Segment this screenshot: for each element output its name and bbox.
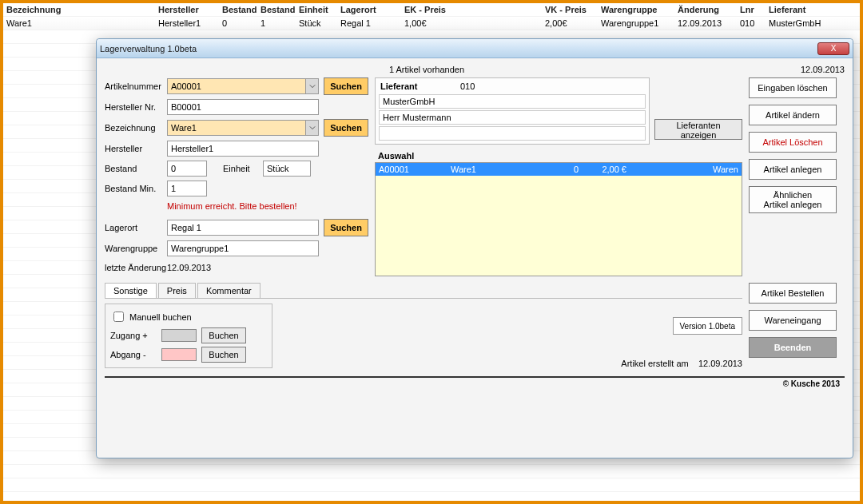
label-einheit: Einheit xyxy=(223,164,263,173)
einheit-input[interactable] xyxy=(263,161,311,177)
wareneingang-button[interactable]: Wareneingang xyxy=(749,310,837,331)
label-lagerort: Lagerort xyxy=(105,223,167,232)
label-zugang: Zugang + xyxy=(110,331,157,340)
artikel-bestellen-button[interactable]: Artikel Bestellen xyxy=(749,283,837,304)
erstellt-am-value: 12.09.2013 xyxy=(698,359,742,368)
artikel-anlegen-button[interactable]: Artikel anlegen xyxy=(749,159,837,180)
label-erstellt: Artikel erstellt am xyxy=(621,359,688,368)
copyright: © Kusche 2013 xyxy=(105,376,845,390)
lieferant-empty-row xyxy=(379,126,646,141)
lieferant-box: Lieferant 010 MusterGmbH Herr Mustermann xyxy=(375,77,650,145)
suchen-artikelnummer-button[interactable]: Suchen xyxy=(324,77,368,95)
artikel-aendern-button[interactable]: Artikel ändern xyxy=(749,105,837,125)
artikelnummer-combo[interactable] xyxy=(167,78,319,94)
titlebar: Lagerverwaltung 1.0beta X xyxy=(97,39,853,58)
abgang-swatch xyxy=(161,348,197,361)
inventory-dialog: Lagerverwaltung 1.0beta X 1 Artikel vorh… xyxy=(96,38,853,458)
label-auswahl: Auswahl xyxy=(378,151,742,161)
label-hersteller: Hersteller xyxy=(105,144,167,153)
buchen-zugang-button[interactable]: Buchen xyxy=(201,327,246,343)
label-lieferant: Lieferant xyxy=(380,81,460,91)
bezeichnung-input[interactable] xyxy=(168,121,305,135)
tab-bar: Sonstige Preis Kommentar xyxy=(105,283,742,299)
hersteller-input[interactable] xyxy=(167,141,319,157)
artikelnummer-input[interactable] xyxy=(168,79,305,93)
lieferanten-anzeigen-button[interactable]: Lieferanten anzeigen xyxy=(654,119,742,140)
label-letzte-aenderung: letzte Änderung xyxy=(105,263,167,272)
aehnlichen-artikel-button[interactable]: Ähnlichen Artikel anlegen xyxy=(749,186,837,213)
article-form: Artikelnummer Suchen Hersteller Nr. Beze… xyxy=(105,77,368,276)
suchen-bezeichnung-button[interactable]: Suchen xyxy=(324,119,368,137)
chevron-down-icon[interactable] xyxy=(305,121,318,135)
bezeichnung-combo[interactable] xyxy=(167,120,319,136)
label-bezeichnung: Bezeichnung xyxy=(105,123,167,133)
bestand-input[interactable] xyxy=(167,161,207,177)
article-count: 1 Artikel vorhanden xyxy=(105,65,749,74)
label-manuell: Manuell buchen xyxy=(129,312,192,322)
chevron-down-icon[interactable] xyxy=(305,79,318,93)
auswahl-listbox[interactable]: A00001 Ware1 0 2,00 € Waren xyxy=(375,162,742,276)
label-warengruppe: Warengruppe xyxy=(105,244,167,253)
label-artikelnummer: Artikelnummer xyxy=(105,81,167,91)
label-hersteller-nr: Hersteller Nr. xyxy=(105,102,167,112)
tab-kommentar[interactable]: Kommentar xyxy=(197,283,260,298)
hersteller-nr-input[interactable] xyxy=(167,99,319,115)
stock-warning: Minimum erreicht. Bitte bestellen! xyxy=(167,201,368,211)
label-bestand-min: Bestand Min. xyxy=(105,184,167,193)
lieferant-name: MusterGmbH xyxy=(379,94,646,109)
action-panel: Eingaben löschen Artikel ändern Artikel … xyxy=(749,77,845,276)
tab-preis[interactable]: Preis xyxy=(158,283,196,298)
bestand-min-input[interactable] xyxy=(167,181,207,196)
tab-sonstige[interactable]: Sonstige xyxy=(105,283,157,298)
lieferant-code: 010 xyxy=(460,81,475,91)
lieferant-contact: Herr Mustermann xyxy=(379,110,646,125)
suchen-lagerort-button[interactable]: Suchen xyxy=(324,219,368,236)
letzte-aenderung-value: 12.09.2013 xyxy=(167,263,211,272)
zugang-swatch xyxy=(161,329,197,342)
label-abgang: Abgang - xyxy=(110,350,157,359)
list-item[interactable]: A00001 Ware1 0 2,00 € Waren xyxy=(376,163,742,176)
artikel-loeschen-button[interactable]: Artikel Löschen xyxy=(749,132,837,153)
window-title: Lagerverwaltung 1.0beta xyxy=(100,44,197,54)
current-date: 12.09.2013 xyxy=(749,65,845,74)
eingaben-loeschen-button[interactable]: Eingaben löschen xyxy=(749,77,837,98)
lagerort-input[interactable] xyxy=(167,220,319,236)
warengruppe-input[interactable] xyxy=(167,240,319,256)
close-icon[interactable]: X xyxy=(817,42,849,55)
beenden-button[interactable]: Beenden xyxy=(749,337,837,358)
version-button[interactable]: Version 1.0beta xyxy=(673,317,743,335)
manual-booking-box: Manuell buchen Zugang + Buchen Abgang - … xyxy=(105,304,272,368)
buchen-abgang-button[interactable]: Buchen xyxy=(201,347,246,363)
label-bestand: Bestand xyxy=(105,164,167,173)
manuell-buchen-checkbox[interactable] xyxy=(113,312,124,322)
